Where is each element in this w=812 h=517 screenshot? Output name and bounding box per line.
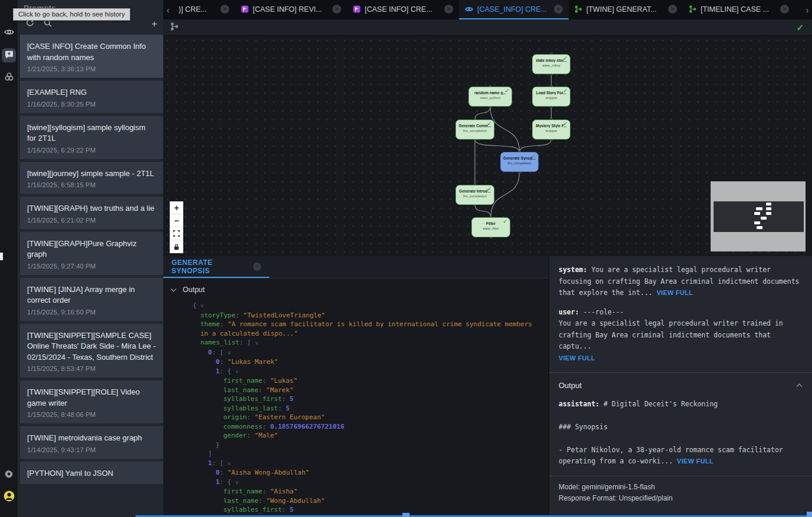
list-item[interactable]: [TWINE] metroidvania case graph1/14/2025… — [20, 426, 163, 459]
prompt-timestamp: 1/21/2025, 3:36:13 PM — [27, 65, 156, 72]
graph-node[interactable]: ✓random name g...exec_python — [468, 87, 512, 107]
lock-button[interactable] — [170, 240, 183, 253]
prompt-title: [EXAMPLE] RNG — [27, 87, 156, 98]
output-section-toggle[interactable]: Output — [163, 286, 549, 294]
graph-node[interactable]: ✓Generate Comm...llm_completion — [455, 120, 494, 140]
list-item[interactable]: [EXAMPLE] RNG1/16/2025, 8:30:25 PM — [20, 81, 163, 113]
inspector-output-toggle[interactable]: Output — [559, 373, 803, 399]
close-icon[interactable]: × — [668, 5, 677, 14]
tab-item[interactable]: [TIMELINE] CASE ...× — [683, 0, 795, 19]
list-item[interactable]: [CASE INFO] Create Common Info with rand… — [20, 35, 163, 78]
minimap-node — [757, 226, 763, 229]
list-item[interactable]: [PYTHON] Yaml to JSON — [20, 462, 163, 485]
tabs-scroll-left-button[interactable]: ‹ — [163, 0, 173, 19]
list-item[interactable]: [TWINE][GRAPH]Pure Graphviz graph1/15/20… — [20, 232, 163, 275]
tab-label: [CASE INFO] CRE... — [365, 5, 440, 14]
tab-item[interactable]: [CASE INFO] REVI...× — [235, 0, 347, 19]
graph-node[interactable]: ✓Mystery Style F...snippet — [532, 120, 570, 140]
minimap-node — [754, 221, 760, 224]
tab-item[interactable]: )] CRE...× — [173, 0, 235, 19]
prompt-list: [CASE INFO] Create Common Info with rand… — [18, 32, 163, 517]
code-line: ] — [193, 449, 534, 459]
json-output-tree[interactable]: { ∨storyType: "TwistedLoveTriangle"theme… — [163, 301, 549, 517]
tab-generate-synopsis[interactable]: GENERATE SYNOPSIS × — [163, 256, 269, 278]
settings-button[interactable] — [2, 468, 16, 482]
prompt-timestamp: 1/16/2025, 6:29:22 PM — [27, 147, 156, 154]
code-line: commonness: 0.18576966276721016 — [193, 422, 534, 432]
close-icon[interactable]: × — [444, 5, 453, 14]
code-line: storyType: "TwistedLoveTriangle" — [193, 311, 534, 320]
minimap-node — [766, 207, 772, 210]
list-item[interactable]: [TWINE][SNIPPET][ROLE] Video game writer… — [20, 380, 163, 423]
graph-node[interactable]: ✓Generate Synop...llm_completion — [500, 152, 539, 172]
node-type: llm_completion — [456, 194, 494, 198]
tabs-scroll-right-button[interactable]: › — [803, 0, 812, 19]
model-info: Model: gemini/gemini-1.5-flash Response … — [559, 476, 803, 504]
tab-label: [CASE_INFO] CRE... — [477, 5, 550, 14]
minimap[interactable] — [710, 181, 806, 252]
list-item[interactable]: [TWINE][GRAPH} two truths and a lie1/16/… — [20, 197, 163, 229]
add-prompt-button[interactable]: + — [151, 19, 157, 29]
graph-node[interactable]: ✓Load Story For...snippet — [532, 87, 570, 107]
list-item[interactable]: [TWINE] [JINJA] Array merge in correct o… — [20, 278, 163, 321]
code-line: first_name: "Aisha" — [193, 487, 534, 496]
zoom-in-button[interactable]: + — [170, 201, 183, 214]
graph-node[interactable]: ✓Filterstate_filter — [471, 217, 510, 237]
view-full-user-link[interactable]: VIEW FULL — [559, 354, 595, 362]
view-full-assistant-link[interactable]: VIEW FULL — [677, 458, 714, 465]
view-full-system-link[interactable]: VIEW FULL — [656, 289, 693, 296]
node-type: snippet — [533, 96, 570, 100]
list-item[interactable]: [twine][syllogism] sample syllogism for … — [20, 116, 163, 159]
fit-view-button[interactable] — [170, 227, 183, 240]
prompt-timestamp: 1/15/2025, 8:53:47 PM — [27, 365, 156, 372]
node-check-icon: ✓ — [563, 55, 567, 61]
zoom-out-button[interactable]: − — [170, 214, 183, 227]
close-icon[interactable]: × — [220, 5, 229, 14]
tab-label: [TWINE] GENERAT... — [586, 5, 664, 14]
splitter-grip[interactable] — [402, 513, 410, 517]
close-icon[interactable]: × — [780, 5, 789, 14]
inspector-panel: system: You are a specialist legal proce… — [549, 256, 812, 517]
node-type: state_mkey — [533, 64, 570, 67]
graph-node[interactable]: ✓state mkey stor...state_mkey — [532, 54, 570, 74]
list-item[interactable]: [twine][journey] simple sample - 2T1L1/1… — [20, 162, 163, 194]
splitter-corner[interactable] — [807, 512, 812, 517]
prompt-title: [CASE INFO] Create Common Info with rand… — [27, 41, 156, 63]
code-line: 0: "Lukas Marek" — [193, 357, 534, 367]
zoom-controls: + − — [170, 201, 183, 253]
code-line: gender: "Male" — [193, 431, 534, 440]
tab-item[interactable]: [TWINE] GENERAT...× — [569, 0, 683, 19]
code-line: names_list: [ ∨ — [193, 338, 534, 348]
graph-layout-icon[interactable] — [170, 22, 179, 33]
tab-item[interactable]: [CASE INFO] CRE...× — [347, 0, 459, 19]
prompt-timestamp: 1/15/2025, 8:48:06 PM — [27, 411, 156, 418]
close-icon[interactable]: × — [253, 263, 261, 271]
prompt-icon — [353, 5, 361, 13]
code-line: 1: [ ∨ — [193, 459, 534, 469]
tab-active[interactable]: [CASE_INFO] CRE...× — [459, 0, 569, 19]
tab-label: [TIMELINE] CASE ... — [701, 5, 776, 14]
inspector-output-title: Output — [559, 380, 582, 392]
flow-canvas[interactable]: ✓state mkey stor...state_mkey✓random nam… — [163, 36, 812, 256]
list-item[interactable]: [TWINE][SNIPPET][SAMPLE CASE] Online Thr… — [20, 324, 163, 378]
valid-check-icon: ✓ — [796, 22, 804, 33]
account-button[interactable] — [2, 490, 16, 504]
graph-icon — [689, 5, 697, 13]
code-line: 1: { ∨ — [193, 367, 534, 377]
model-name: Model: gemini/gemini-1.5-flash — [559, 482, 803, 493]
prompt-timestamp: 1/16/2025, 6:21:02 PM — [27, 217, 156, 224]
main-area: ‹ )] CRE...×[CASE INFO] REVI...×[CASE IN… — [163, 0, 812, 517]
graph-node[interactable]: ✓Generate Introd...llm_completion — [455, 185, 494, 205]
gear-icon — [4, 469, 14, 480]
prompts-nav-button[interactable] — [2, 48, 16, 62]
prompt-icon — [241, 5, 249, 13]
assistant-role-label: assistant: — [559, 400, 599, 408]
workflow-nav-button[interactable] — [2, 71, 16, 85]
node-type: llm_completion — [456, 129, 494, 132]
close-icon[interactable]: × — [554, 5, 563, 14]
close-icon[interactable]: × — [332, 5, 341, 14]
left-splitter-handle[interactable] — [0, 253, 3, 260]
trefoil-knot-icon — [4, 72, 14, 84]
node-check-icon: ✓ — [503, 218, 507, 224]
eye-view-button[interactable] — [2, 26, 16, 40]
